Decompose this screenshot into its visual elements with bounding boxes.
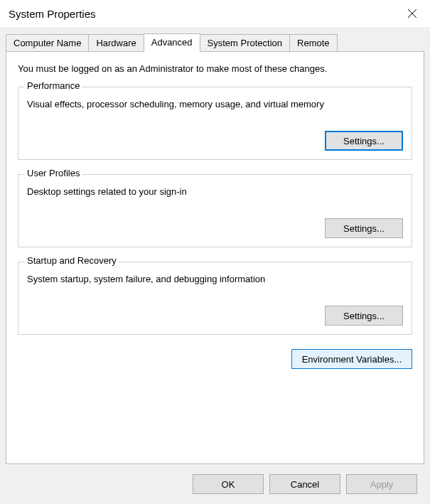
- close-button[interactable]: [396, 2, 429, 25]
- startup-recovery-settings-button[interactable]: Settings...: [325, 306, 403, 326]
- group-user-profiles-desc: Desktop settings related to your sign-in: [27, 186, 403, 197]
- environment-variables-row: Environment Variables...: [18, 349, 412, 369]
- tab-strip: Computer Name Hardware Advanced System P…: [6, 31, 424, 51]
- admin-note: You must be logged on as an Administrato…: [18, 63, 412, 74]
- title-bar: System Properties: [0, 0, 430, 27]
- work-area: Computer Name Hardware Advanced System P…: [0, 27, 430, 504]
- tab-advanced[interactable]: Advanced: [144, 33, 200, 52]
- tab-system-protection[interactable]: System Protection: [200, 34, 291, 51]
- tab-pane-advanced: You must be logged on as an Administrato…: [6, 51, 424, 464]
- group-startup-recovery: Startup and Recovery System startup, sys…: [18, 262, 412, 335]
- ok-button[interactable]: OK: [193, 474, 264, 494]
- tab-computer-name[interactable]: Computer Name: [6, 34, 89, 51]
- group-startup-recovery-button-row: Settings...: [27, 306, 403, 326]
- environment-variables-button[interactable]: Environment Variables...: [291, 349, 412, 369]
- close-icon: [407, 9, 417, 18]
- group-performance: Performance Visual effects, processor sc…: [18, 87, 412, 160]
- group-startup-recovery-desc: System startup, system failure, and debu…: [27, 274, 403, 284]
- performance-settings-button[interactable]: Settings...: [325, 131, 403, 151]
- window-title: System Properties: [9, 8, 96, 20]
- group-performance-desc: Visual effects, processor scheduling, me…: [27, 99, 403, 109]
- group-startup-recovery-legend: Startup and Recovery: [24, 255, 119, 266]
- group-user-profiles-legend: User Profiles: [24, 168, 82, 178]
- group-user-profiles: User Profiles Desktop settings related t…: [18, 174, 412, 247]
- cancel-button[interactable]: Cancel: [269, 474, 340, 494]
- group-performance-legend: Performance: [24, 80, 82, 91]
- group-user-profiles-button-row: Settings...: [27, 218, 403, 238]
- user-profiles-settings-button[interactable]: Settings...: [325, 218, 403, 238]
- group-performance-button-row: Settings...: [27, 131, 403, 151]
- dialog-footer: OK Cancel Apply: [6, 464, 424, 504]
- tab-remote[interactable]: Remote: [289, 34, 338, 51]
- tab-hardware[interactable]: Hardware: [88, 34, 144, 51]
- apply-button[interactable]: Apply: [346, 474, 417, 494]
